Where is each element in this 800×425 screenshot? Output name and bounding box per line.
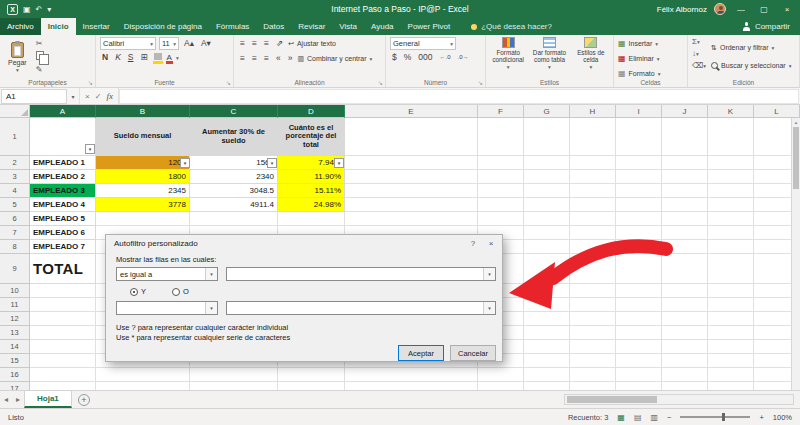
cell[interactable] [345, 156, 478, 170]
cell[interactable] [616, 254, 662, 284]
filter-button[interactable]: ▾ [267, 158, 277, 168]
cell[interactable] [708, 240, 754, 254]
confirm-entry-icon[interactable]: ✓ [95, 92, 102, 101]
cell[interactable] [345, 382, 478, 390]
and-radio[interactable]: Y [130, 287, 146, 296]
cell[interactable] [190, 368, 278, 382]
dialog-launcher-icon[interactable]: ↘ [378, 79, 383, 86]
cell[interactable] [662, 284, 708, 298]
column-header-G[interactable]: G [524, 105, 570, 118]
cell[interactable] [662, 226, 708, 240]
dialog-help-button[interactable]: ? [464, 236, 482, 250]
cell-A6[interactable]: EMPLEADO 5 [30, 212, 96, 226]
column-header-B[interactable]: B [96, 105, 190, 118]
percent-format-button[interactable]: % [402, 52, 414, 63]
avatar[interactable] [714, 3, 726, 15]
cell[interactable] [616, 298, 662, 312]
formula-input[interactable] [119, 89, 799, 104]
cell-A4[interactable]: EMPLEADO 3 [30, 184, 96, 198]
cell[interactable] [570, 118, 616, 156]
cell-A7[interactable]: EMPLEADO 6 [30, 226, 96, 240]
cell[interactable] [616, 240, 662, 254]
cell-B5[interactable]: 3778 [96, 198, 190, 212]
cell[interactable] [30, 368, 96, 382]
cell-A2[interactable]: EMPLEADO 1 [30, 156, 96, 170]
cell[interactable] [96, 212, 190, 226]
row-header-7[interactable]: 7 [0, 226, 30, 240]
cell[interactable] [616, 184, 662, 198]
cell[interactable] [190, 212, 278, 226]
cell-B3[interactable]: 1800 [96, 170, 190, 184]
row-header-2[interactable]: 2 [0, 156, 30, 170]
filter-button[interactable]: ▾ [85, 144, 95, 154]
cell[interactable] [616, 284, 662, 298]
cell[interactable] [662, 354, 708, 368]
row-header-10[interactable]: 10 [0, 284, 30, 298]
tab-insertar[interactable]: Insertar [76, 18, 117, 35]
cell[interactable] [708, 312, 754, 326]
cell-A1[interactable]: ▾ [30, 118, 96, 156]
accept-button[interactable]: Aceptar [398, 345, 444, 361]
cell[interactable] [708, 382, 754, 390]
delete-cells-button[interactable]: ▦ Eliminar ▾ [618, 52, 683, 65]
cell[interactable] [662, 240, 708, 254]
cell[interactable] [616, 368, 662, 382]
wrap-text-button[interactable]: ↩ Ajustar texto [288, 37, 336, 50]
font-color-button[interactable]: A [166, 53, 173, 62]
row-header-5[interactable]: 5 [0, 198, 30, 212]
cell[interactable] [345, 368, 478, 382]
cell[interactable] [708, 156, 754, 170]
column-header-D[interactable]: D [278, 105, 345, 118]
cell[interactable] [524, 354, 570, 368]
column-header-C[interactable]: C [190, 105, 278, 118]
cell[interactable] [616, 340, 662, 354]
scroll-up-icon[interactable]: ▴ [792, 118, 800, 125]
cell[interactable] [190, 382, 278, 390]
cell[interactable] [662, 340, 708, 354]
align-center-button[interactable]: ≡ [250, 53, 259, 64]
cell[interactable] [570, 226, 616, 240]
row-header-16[interactable]: 16 [0, 368, 30, 382]
value-combo-1[interactable]: ▾ [226, 267, 496, 281]
cell[interactable] [478, 198, 524, 212]
qat-dropdown-icon[interactable]: ▾ [47, 5, 51, 14]
cell-A8[interactable]: EMPLEADO 7 [30, 240, 96, 254]
borders-button[interactable]: ⊞ [138, 52, 149, 63]
cell[interactable] [345, 170, 478, 184]
cell[interactable] [616, 354, 662, 368]
cell-C5[interactable]: 4911.4 [190, 198, 278, 212]
cell[interactable] [524, 312, 570, 326]
close-button[interactable]: × [779, 5, 795, 14]
cell[interactable] [570, 240, 616, 254]
find-select-button[interactable]: Buscar y seleccionar ▾ [711, 59, 791, 72]
cell[interactable] [478, 368, 524, 382]
dialog-launcher-icon[interactable]: ↘ [478, 79, 483, 86]
copy-button[interactable] [36, 51, 44, 62]
cell[interactable] [662, 198, 708, 212]
increase-indent-button[interactable]: » [286, 53, 295, 64]
sheet-nav-left-icon[interactable]: ◂ [0, 395, 12, 404]
name-box-dropdown-icon[interactable]: ▾ [67, 93, 79, 100]
cell-C2[interactable]: 1560 [190, 156, 278, 170]
currency-format-button[interactable]: $ [390, 52, 399, 63]
fill-color-button[interactable] [153, 53, 163, 62]
cell[interactable] [345, 118, 478, 156]
cell[interactable] [662, 212, 708, 226]
view-normal-button[interactable]: ▦ [617, 413, 625, 422]
insert-function-button[interactable]: fx [106, 91, 113, 101]
new-sheet-button[interactable]: + [78, 394, 90, 406]
cell[interactable] [30, 382, 96, 390]
row-header-13[interactable]: 13 [0, 326, 30, 340]
operator-combo-1[interactable]: es igual a ▾ [116, 267, 218, 281]
cell[interactable] [570, 170, 616, 184]
cell[interactable] [662, 326, 708, 340]
filter-button[interactable]: ▾ [334, 158, 344, 168]
cell-styles-button[interactable]: Estilos de celda ▾ [573, 37, 609, 71]
cell-C3[interactable]: 2340 [190, 170, 278, 184]
cell[interactable] [616, 226, 662, 240]
cell[interactable] [278, 212, 345, 226]
vertical-scrollbar[interactable]: ▴ [791, 118, 800, 390]
cell[interactable] [662, 118, 708, 156]
cell[interactable] [524, 298, 570, 312]
tab-disposicion[interactable]: Disposición de página [117, 18, 209, 35]
